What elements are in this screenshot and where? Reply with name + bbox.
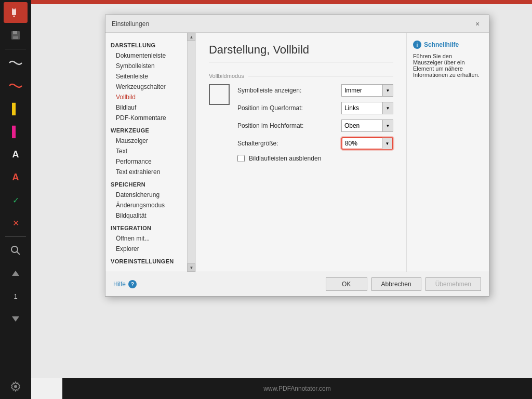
querformat-select[interactable]: Links ▼ [341, 102, 393, 114]
querformat-label: Position im Querformat: [237, 104, 341, 112]
reject-button[interactable]: ✕ [4, 212, 28, 233]
sidebar-item-explorer[interactable]: Explorer [105, 244, 187, 254]
scroll-down-arrow[interactable]: ▼ [187, 263, 195, 272]
schaltergroesse-label: Schaltergröße: [237, 140, 341, 147]
sidebar-item-werkzeugschalter[interactable]: Werkzeugschalter [105, 82, 187, 92]
querformat-control: Links ▼ [341, 102, 393, 114]
svg-marker-9 [12, 316, 19, 322]
querformat-value: Links [344, 104, 382, 112]
hilfe-label: Hilfe [113, 281, 126, 288]
settings-dialog: Einstellungen × DARSTELLUNG Dokumentenle… [105, 15, 489, 297]
category-voreinstellungen: VOREINSTELLUNGEN [105, 254, 187, 267]
schaltergroesse-value: 80% [345, 140, 382, 147]
main-area: Einstellungen × DARSTELLUNG Dokumentenle… [31, 0, 532, 399]
zoom-button[interactable] [4, 240, 28, 261]
uebernehmen-button[interactable]: Übernehmen [425, 277, 481, 291]
wave1-button[interactable] [4, 52, 28, 73]
accept-button[interactable]: ✓ [4, 190, 28, 210]
panel-title: Darstellung, Vollbild [209, 43, 393, 62]
next-page-button[interactable] [4, 309, 28, 329]
marker-yellow-icon: ▌ [12, 103, 19, 115]
website-label: www.PDFAnnotator.com [263, 385, 330, 392]
bildlaufleisten-row: Bildlaufleisten ausblenden [237, 155, 393, 162]
symbolleiste-value: Immer [344, 87, 382, 94]
text-black-icon: A [12, 149, 19, 160]
hochformat-label: Position im Hochformat: [237, 122, 341, 129]
bildlaufleisten-checkbox[interactable] [237, 155, 245, 162]
hochformat-row: Position im Hochformat: Oben ▼ [237, 119, 393, 132]
symbolleiste-select[interactable]: Immer ▼ [341, 84, 393, 97]
sidebar-item-oeffnen-mit[interactable]: Öffnen mit... [105, 233, 187, 244]
toolbar-sep-2 [5, 236, 26, 237]
quick-help-title-text: Schnellhilfe [424, 41, 459, 48]
sidebar-item-seitenleiste[interactable]: Seitenleiste [105, 71, 187, 82]
dialog-footer: Hilfe ? OK Abbrechen Übernehmen [105, 272, 489, 296]
vollbild-options: Symbolleiste anzeigen: Immer ▼ [237, 84, 393, 162]
vollbild-row: Symbolleiste anzeigen: Immer ▼ [209, 84, 393, 162]
sidebar-item-mauszeiger[interactable]: Mauszeiger [105, 136, 187, 146]
schaltergroesse-select[interactable]: 80% ▼ [341, 137, 393, 150]
svg-marker-2 [13, 15, 15, 17]
settings-button[interactable] [4, 376, 28, 397]
dialog-overlay: Einstellungen × DARSTELLUNG Dokumentenle… [62, 4, 532, 378]
bottom-bar: www.PDFAnnotator.com [62, 378, 532, 399]
symbolleiste-row: Symbolleiste anzeigen: Immer ▼ [237, 84, 393, 97]
ok-button[interactable]: OK [326, 277, 367, 291]
sidebar-scrollbar[interactable]: ▲ ▼ [187, 33, 195, 272]
dialog-title: Einstellungen [112, 20, 149, 28]
querformat-arrow[interactable]: ▼ [382, 102, 393, 114]
sidebar-item-bildqualitaet[interactable]: Bildqualität [105, 210, 187, 221]
vollbildmodus-header: Vollbildmodus [209, 73, 393, 79]
wave2-button[interactable] [4, 75, 28, 96]
sidebar-item-aenderungsmodus[interactable]: Änderungsmodus [105, 200, 187, 210]
dialog-body: DARSTELLUNG Dokumentenleiste Symbolleist… [105, 33, 489, 272]
quick-help-panel: i Schnellhilfe Führen Sie den Mauszeiger… [406, 33, 489, 272]
info-icon: i [413, 41, 421, 49]
svg-point-10 [14, 385, 17, 388]
sidebar-item-vollbild[interactable]: Vollbild [105, 92, 187, 102]
dialog-titlebar: Einstellungen × [105, 15, 489, 33]
schaltergroesse-control: 80% ▼ [341, 137, 393, 150]
sidebar-item-datensicherung[interactable]: Datensicherung [105, 190, 187, 200]
text-color-button[interactable]: A [4, 167, 28, 188]
svg-rect-1 [12, 8, 16, 9]
bildlaufleisten-label[interactable]: Bildlaufleisten ausblenden [249, 155, 321, 162]
sidebar-item-symbolleisten[interactable]: Symbolleisten [105, 61, 187, 71]
fullbild-preview [209, 84, 230, 105]
footer-buttons: OK Abbrechen Übernehmen [326, 277, 481, 291]
section-divider [248, 76, 393, 76]
hochformat-arrow[interactable]: ▼ [382, 120, 393, 131]
left-toolbar: ▌ ▌ A A ✓ ✕ 1 [0, 0, 31, 399]
sidebar-item-dokumentenleiste[interactable]: Dokumentenleiste [105, 50, 187, 61]
red-accent-bar [31, 0, 532, 4]
page-number-display: 1 [4, 286, 28, 307]
sidebar-item-pdf-kommentare[interactable]: PDF-Kommentare [105, 113, 187, 123]
schaltergroesse-arrow[interactable]: ▼ [382, 138, 392, 149]
main-panel: Darstellung, Vollbild Vollbildmodus [196, 33, 406, 272]
scroll-up-arrow[interactable]: ▲ [187, 33, 195, 41]
cross-icon: ✕ [12, 218, 19, 228]
marker-yellow-button[interactable]: ▌ [4, 98, 28, 119]
sidebar-item-performance[interactable]: Performance [105, 156, 187, 167]
symbolleiste-control: Immer ▼ [341, 84, 393, 97]
sidebar-item-text-extrahieren[interactable]: Text extrahieren [105, 167, 187, 177]
checkmark-icon: ✓ [12, 195, 19, 205]
marker-pink-button[interactable]: ▌ [4, 121, 28, 142]
help-question-icon: ? [128, 280, 137, 288]
abbrechen-button[interactable]: Abbrechen [371, 277, 421, 291]
help-link[interactable]: Hilfe ? [113, 280, 137, 288]
prev-page-button[interactable] [4, 263, 28, 284]
text-black-button[interactable]: A [4, 144, 28, 165]
sidebar-item-bildlauf[interactable]: Bildlauf [105, 102, 187, 113]
close-button[interactable]: × [472, 19, 483, 29]
symbolleiste-arrow[interactable]: ▼ [382, 85, 393, 96]
sidebar-item-text[interactable]: Text [105, 146, 187, 156]
querformat-row: Position im Querformat: Links ▼ [237, 102, 393, 114]
hochformat-select[interactable]: Oben ▼ [341, 119, 393, 132]
pen-tool-button[interactable] [4, 2, 28, 23]
save-button[interactable] [4, 25, 28, 46]
category-speichern: SPEICHERN [105, 177, 187, 190]
text-color-icon: A [12, 172, 19, 183]
hochformat-control: Oben ▼ [341, 119, 393, 132]
hochformat-value: Oben [344, 122, 382, 129]
